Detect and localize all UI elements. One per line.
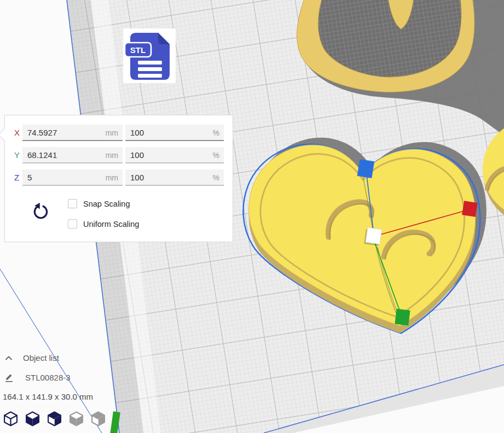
axis-label-z: Z [14,169,22,186]
object-dimensions: 164.1 x 141.9 x 30.0 mm [3,392,93,401]
chevron-up-icon [4,354,13,362]
view-orientation-toolbar [3,411,106,427]
scale-tool-panel: X mm % Y mm % Z mm % [4,115,233,242]
reset-icon [31,201,51,223]
object-list-title: Object list [23,353,59,362]
view-3d-icon[interactable] [3,411,18,427]
reset-scale-button[interactable] [31,200,53,224]
object-name: STL00828-3 [25,373,71,382]
scale-z-percent-input[interactable] [125,169,224,185]
scale-y-percent-input[interactable] [125,147,224,162]
scale-handle-x[interactable] [462,201,478,217]
stl-file-icon[interactable]: STL [123,28,176,83]
scale-x-mm-field: mm [22,125,123,141]
scale-z-mm-input[interactable] [22,169,123,185]
object-list-header[interactable]: Object list [4,353,59,362]
view-top-icon[interactable] [47,411,62,427]
uniform-scaling-label: Uniform Scaling [83,220,139,229]
stl-file-glyph: STL [123,28,176,83]
scale-x-percent-field: % [125,125,224,141]
scale-z-percent-field: % [125,169,224,186]
object-list-item[interactable]: STL00828-3 [4,373,71,382]
view-front-icon[interactable] [25,411,40,427]
stl-badge-text: STL [130,45,146,55]
scale-y-percent-field: % [125,147,224,163]
pencil-icon [4,373,14,382]
scale-handle-y[interactable] [395,309,410,326]
uniform-scaling-checkbox[interactable] [68,219,77,229]
scale-y-mm-input[interactable] [22,147,123,162]
scale-y-mm-field: mm [22,147,123,163]
axis-label-x: X [14,125,22,141]
view-right-icon[interactable] [91,411,106,427]
scale-handle-z[interactable] [357,159,375,178]
scale-z-mm-field: mm [22,169,123,186]
view-left-icon[interactable] [69,411,84,427]
scale-x-mm-input[interactable] [22,125,123,140]
snap-scaling-checkbox[interactable] [68,199,77,208]
axis-label-y: Y [14,147,22,163]
scale-x-percent-input[interactable] [125,125,224,140]
snap-scaling-label: Snap Scaling [83,200,130,208]
scale-handle-center[interactable] [366,227,382,244]
cura-viewport: STL X mm % Y mm % Z mm [0,0,504,433]
